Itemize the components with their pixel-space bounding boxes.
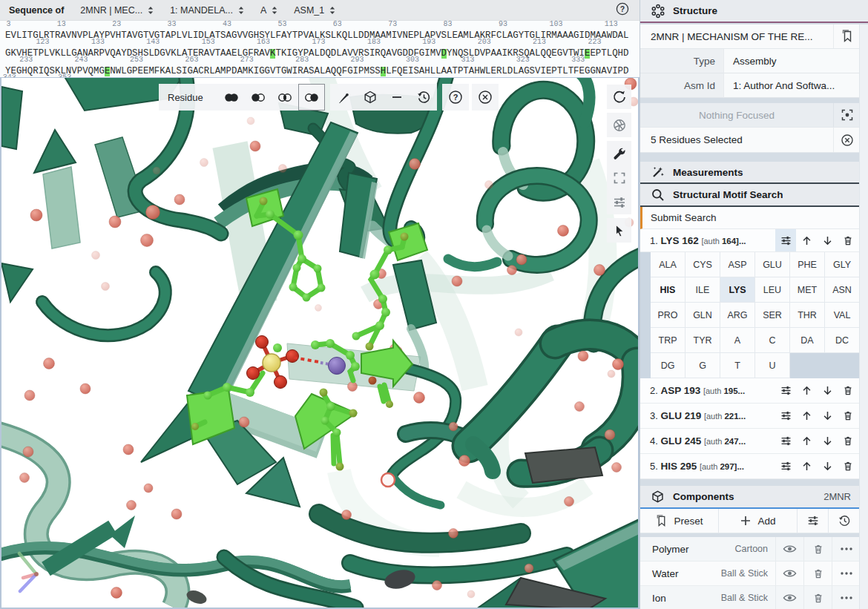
water-sphere[interactable] — [141, 234, 154, 247]
minus-icon[interactable] — [384, 84, 410, 111]
select-subtract-icon[interactable] — [245, 84, 272, 111]
delete-residue-icon[interactable] — [838, 378, 858, 403]
controls-toggle-icon[interactable] — [607, 141, 631, 165]
aa-cell-dg[interactable]: DG — [651, 353, 685, 378]
move-up-icon[interactable] — [796, 454, 817, 478]
chain-select[interactable]: A — [260, 5, 277, 16]
preset-button[interactable]: Preset — [640, 509, 719, 533]
submit-search-button[interactable]: Submit Search — [640, 207, 860, 229]
visibility-eye-icon[interactable] — [775, 586, 803, 609]
water-sphere[interactable] — [174, 194, 185, 205]
water-sphere[interactable] — [525, 564, 533, 573]
water-sphere[interactable] — [250, 141, 260, 151]
water-sphere[interactable] — [123, 444, 134, 455]
aa-cell-cys[interactable]: CYS — [685, 252, 720, 277]
water-sphere[interactable] — [594, 265, 605, 276]
visibility-eye-icon[interactable] — [775, 537, 803, 561]
component-name[interactable]: Ion — [640, 593, 717, 604]
highlight-ring-water[interactable] — [381, 473, 395, 487]
component-menu-icon[interactable] — [832, 537, 860, 561]
water-sphere[interactable] — [515, 329, 522, 336]
move-down-icon[interactable] — [817, 404, 838, 428]
help-icon[interactable]: ? — [616, 2, 629, 18]
aa-cell-t[interactable]: T — [720, 353, 755, 378]
water-sphere[interactable] — [558, 226, 569, 237]
residue-options-icon[interactable] — [775, 404, 796, 428]
residue-options-icon[interactable] — [775, 429, 796, 453]
delete-residue-icon[interactable] — [838, 404, 858, 428]
residue-options-icon[interactable] — [775, 229, 796, 251]
water-sphere[interactable] — [449, 422, 458, 431]
viewport-3d[interactable]: Residue — [0, 77, 640, 609]
water-sphere[interactable] — [459, 455, 470, 467]
water-sphere[interactable] — [146, 205, 160, 220]
aa-cell-lys[interactable]: LYS — [720, 277, 755, 303]
measurements-section-header[interactable]: Measurements — [640, 162, 860, 184]
water-sphere[interactable] — [109, 216, 121, 228]
aa-cell-val[interactable]: VAL — [825, 303, 860, 328]
clear-selection-icon[interactable] — [833, 128, 860, 152]
water-sphere[interactable] — [578, 351, 588, 361]
water-sphere[interactable] — [200, 159, 208, 167]
aa-cell-asp[interactable]: ASP — [720, 252, 755, 277]
water-sphere[interactable] — [467, 590, 475, 598]
water-sphere[interactable] — [414, 392, 425, 404]
structure-section-header[interactable]: Structure — [640, 0, 868, 23]
water-sphere[interactable] — [92, 251, 100, 260]
water-sphere[interactable] — [452, 276, 462, 286]
water-sphere[interactable] — [20, 473, 30, 483]
delete-residue-icon[interactable] — [838, 454, 858, 478]
water-sphere[interactable] — [23, 447, 33, 457]
aa-cell-a[interactable]: A — [720, 328, 755, 353]
water-sphere[interactable] — [144, 484, 153, 493]
component-history-icon[interactable] — [829, 509, 860, 533]
water-sphere[interactable] — [30, 209, 42, 221]
components-section-header[interactable]: Components 2MNR — [640, 486, 860, 509]
aa-cell-c[interactable]: C — [755, 328, 790, 353]
water-sphere[interactable] — [507, 266, 517, 275]
aa-cell-g[interactable]: G — [685, 353, 720, 378]
water-sphere[interactable] — [516, 254, 527, 265]
water-sphere[interactable] — [127, 501, 137, 510]
aa-cell-arg[interactable]: ARG — [720, 303, 755, 328]
selection-mode-cursor-icon[interactable] — [607, 218, 631, 243]
aa-cell-dc[interactable]: DC — [825, 328, 860, 353]
move-up-icon[interactable] — [796, 229, 817, 251]
component-menu-icon[interactable] — [832, 586, 860, 609]
water-sphere[interactable] — [44, 358, 55, 369]
water-sphere[interactable] — [613, 359, 624, 370]
aa-cell-gly[interactable]: GLY — [825, 252, 860, 277]
entry-row[interactable]: 2MNR | MECHANISM OF THE RE... — [640, 24, 860, 49]
aa-cell-asn[interactable]: ASN — [825, 277, 860, 303]
aa-cell-u[interactable]: U — [755, 353, 790, 378]
close-toolbar-icon[interactable] — [472, 84, 499, 111]
water-sphere[interactable] — [575, 402, 585, 412]
remove-component-icon[interactable] — [803, 537, 832, 561]
water-sphere[interactable] — [171, 509, 182, 519]
component-name[interactable]: Polymer — [640, 544, 717, 555]
water-sphere[interactable] — [315, 305, 322, 312]
cube-icon[interactable] — [357, 84, 384, 111]
component-menu-icon[interactable] — [832, 562, 860, 585]
aa-cell-ser[interactable]: SER — [755, 303, 790, 328]
visibility-eye-icon[interactable] — [775, 562, 803, 585]
residue-options-icon[interactable] — [775, 454, 796, 478]
select-union-icon[interactable] — [218, 84, 245, 111]
remove-component-icon[interactable] — [803, 562, 832, 585]
water-sphere[interactable] — [449, 529, 458, 539]
settings-sliders-icon[interactable] — [607, 190, 631, 214]
history-icon[interactable] — [410, 84, 437, 111]
remove-component-icon[interactable] — [803, 586, 832, 609]
water-sphere[interactable] — [80, 383, 91, 394]
granularity-select[interactable]: Residue — [159, 84, 218, 111]
aa-cell-ala[interactable]: ALA — [651, 252, 685, 277]
aa-cell-thr[interactable]: THR — [790, 303, 825, 328]
residue-options-icon[interactable] — [775, 378, 796, 403]
aa-cell-phe[interactable]: PHE — [790, 252, 825, 277]
water-sphere[interactable] — [24, 390, 35, 401]
water-sphere[interactable] — [111, 587, 122, 599]
water-sphere[interactable] — [153, 167, 160, 174]
aa-cell-gln[interactable]: GLN — [685, 303, 720, 328]
brush-icon[interactable] — [330, 84, 357, 111]
water-sphere[interactable] — [239, 417, 249, 427]
